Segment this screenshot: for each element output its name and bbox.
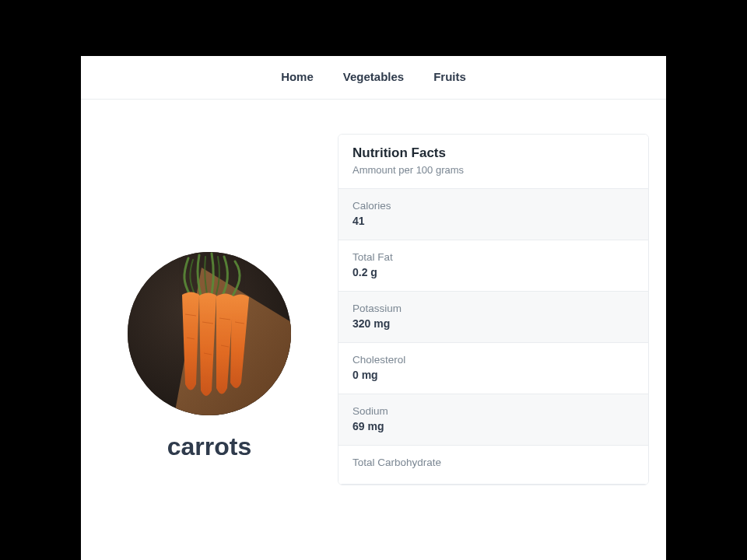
fact-value: 69 mg bbox=[352, 420, 634, 432]
fact-label: Cholesterol bbox=[352, 354, 634, 366]
fact-label: Sodium bbox=[352, 405, 634, 417]
fact-row: Total Fat 0.2 g bbox=[338, 240, 648, 292]
content-area: carrots Nutrition Facts Ammount per 100 … bbox=[81, 100, 666, 485]
fact-label: Calories bbox=[352, 200, 634, 212]
fact-value: 0.2 g bbox=[352, 266, 634, 278]
fact-row: Sodium 69 mg bbox=[338, 394, 648, 446]
fact-row: Total Carbohydrate bbox=[338, 446, 648, 485]
nutrition-card-header: Nutrition Facts Ammount per 100 grams bbox=[338, 135, 648, 189]
fact-row: Potassium 320 mg bbox=[338, 292, 648, 343]
fact-row: Calories 41 bbox=[338, 189, 648, 240]
fact-value: 320 mg bbox=[352, 317, 634, 330]
fact-label: Total Carbohydrate bbox=[352, 457, 634, 468]
nutrition-heading: Nutrition Facts bbox=[352, 145, 634, 161]
food-image bbox=[128, 252, 291, 415]
food-summary: carrots bbox=[81, 100, 338, 485]
fact-value: 0 mg bbox=[352, 369, 634, 381]
nav-link-vegetables[interactable]: Vegetables bbox=[343, 70, 404, 83]
fact-label: Potassium bbox=[352, 303, 634, 314]
nutrition-subheading: Ammount per 100 grams bbox=[352, 164, 634, 176]
fact-row: Cholesterol 0 mg bbox=[338, 343, 648, 394]
nav-link-fruits[interactable]: Fruits bbox=[433, 70, 466, 83]
top-nav: Home Vegetables Fruits bbox=[81, 56, 666, 100]
nutrition-panel-wrapper: Nutrition Facts Ammount per 100 grams Ca… bbox=[338, 100, 666, 485]
food-title: carrots bbox=[167, 432, 252, 461]
nutrition-card: Nutrition Facts Ammount per 100 grams Ca… bbox=[338, 134, 649, 485]
fact-value: 41 bbox=[352, 215, 634, 227]
fact-label: Total Fat bbox=[352, 251, 634, 263]
nav-link-home[interactable]: Home bbox=[281, 70, 314, 83]
page-container: Home Vegetables Fruits bbox=[81, 56, 666, 560]
